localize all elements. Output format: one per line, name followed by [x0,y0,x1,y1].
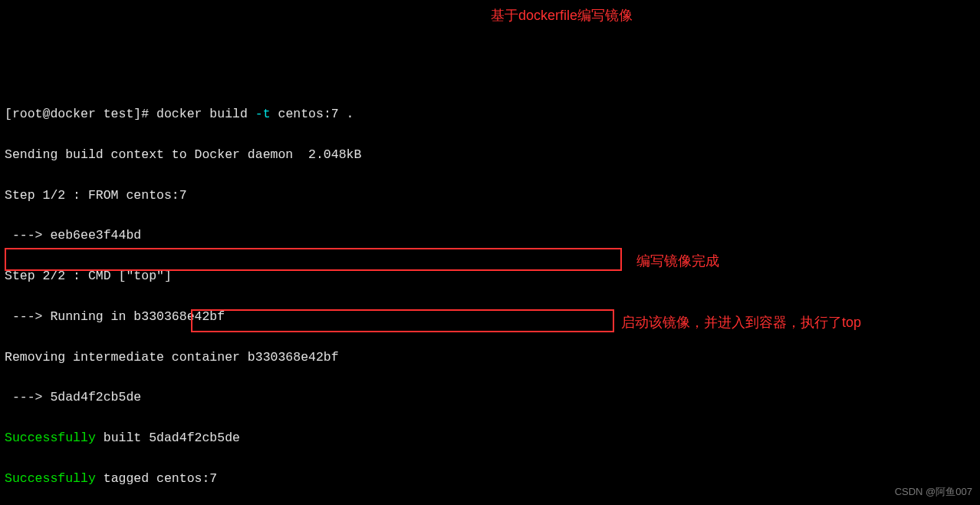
build-output: Step 2/2 : CMD ["top"] [5,266,975,286]
command-text[interactable]: docker build -t centos:7 . [156,107,354,121]
success-line: Successfully built 5dad4f2cb5de [5,428,975,448]
annotation-image-done: 编写镜像完成 [636,250,719,272]
terminal-output: [root@docker test]# docker build -t cent… [0,81,980,505]
build-output: Removing intermediate container b330368e… [5,348,975,368]
annotation-run: 启动该镜像，并进入到容器，执行了top [621,312,861,334]
build-output: Sending build context to Docker daemon 2… [5,145,975,165]
build-output: Step 1/2 : FROM centos:7 [5,186,975,206]
shell-prompt[interactable]: [root@docker test]# [5,107,156,121]
build-output: ---> 5dad4f2cb5de [5,388,975,408]
success-line: Successfully tagged centos:7 [5,469,975,489]
annotation-build: 基于dockerfile编写镜像 [491,5,633,27]
watermark: CSDN @阿鱼007 [895,484,972,500]
build-output: ---> eeb6ee3f44bd [5,226,975,246]
